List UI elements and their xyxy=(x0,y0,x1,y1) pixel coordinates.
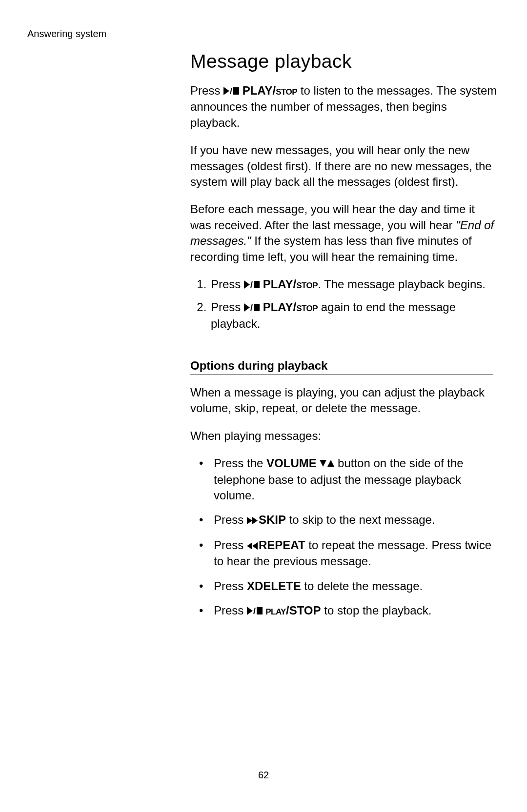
svg-marker-13 xyxy=(247,542,252,550)
play-label: play xyxy=(263,604,286,617)
text: Press xyxy=(190,84,223,97)
options-subheading: Options during playback xyxy=(190,359,493,375)
step-1: Press / PLAY/stop. The message playback … xyxy=(210,277,498,293)
stop-label: stop xyxy=(296,277,318,291)
play-label: PLAY/ xyxy=(260,277,296,291)
svg-text:/: / xyxy=(253,607,256,615)
text: Press xyxy=(214,579,247,593)
play-stop-icon: / xyxy=(244,277,260,293)
svg-text:/: / xyxy=(230,87,232,95)
intro-paragraph-2: If you have new messages, you will hear … xyxy=(190,142,498,190)
svg-rect-5 xyxy=(254,281,260,288)
stop-label: stop xyxy=(276,84,297,97)
svg-marker-11 xyxy=(247,517,252,524)
volume-label: VOLUME xyxy=(266,456,320,470)
intro-paragraph-3: Before each message, you will hear the d… xyxy=(190,201,498,265)
text: Press xyxy=(211,300,244,314)
svg-rect-17 xyxy=(257,607,263,614)
option-repeat: Press REPEAT to repeat the message. Pres… xyxy=(210,537,498,570)
play-stop-icon: / xyxy=(244,300,260,316)
svg-rect-8 xyxy=(254,304,260,311)
svg-marker-0 xyxy=(223,87,229,95)
svg-marker-10 xyxy=(327,460,334,467)
text: to skip to the next message. xyxy=(286,513,435,526)
play-label: PLAY/ xyxy=(239,84,276,97)
skip-label: SKIP xyxy=(259,513,286,526)
text: Press xyxy=(214,538,247,552)
text: to stop the playback. xyxy=(321,604,432,617)
text: Before each message, you will hear the d… xyxy=(190,202,475,231)
skip-forward-icon xyxy=(247,513,259,528)
play-stop-icon: / xyxy=(247,603,263,619)
text: Press the xyxy=(214,456,266,470)
svg-marker-15 xyxy=(247,607,253,615)
stop-label: /STOP xyxy=(286,604,321,617)
options-list: Press the VOLUME button on the side of t… xyxy=(190,456,498,619)
options-intro-1: When a message is playing, you can adjus… xyxy=(190,385,498,416)
option-stop: Press / play/STOP to stop the playback. xyxy=(210,603,498,619)
text: Press xyxy=(211,277,244,291)
svg-marker-9 xyxy=(320,460,326,467)
repeat-label: REPEAT xyxy=(259,538,305,552)
options-intro-2: When playing messages: xyxy=(190,428,498,444)
steps-list: Press / PLAY/stop. The message playback … xyxy=(190,277,498,332)
svg-text:/: / xyxy=(250,280,253,289)
intro-paragraph-1: Press / PLAY/stop to listen to the messa… xyxy=(190,83,498,131)
page-title: Message playback xyxy=(190,51,498,72)
svg-marker-12 xyxy=(252,517,258,524)
delete-label: XDELETE xyxy=(247,579,301,593)
play-stop-icon: / xyxy=(223,83,239,99)
svg-rect-2 xyxy=(233,87,239,95)
running-header: Answering system xyxy=(27,28,106,40)
option-volume: Press the VOLUME button on the side of t… xyxy=(210,456,498,503)
main-content: Message playback Press / PLAY/stop to li… xyxy=(190,51,498,628)
page-number: 62 xyxy=(0,770,527,781)
svg-marker-3 xyxy=(244,280,250,289)
repeat-back-icon xyxy=(247,538,259,554)
text: . The message playback begins. xyxy=(318,277,486,291)
page: Answering system Message playback Press … xyxy=(0,0,527,812)
option-delete: Press XDELETE to delete the message. xyxy=(210,578,498,594)
text: to delete the message. xyxy=(301,579,423,593)
option-skip: Press SKIP to skip to the next message. xyxy=(210,512,498,528)
stop-label: stop xyxy=(296,300,318,314)
svg-marker-6 xyxy=(244,303,250,312)
play-label: PLAY/ xyxy=(260,300,296,314)
svg-marker-14 xyxy=(252,542,258,550)
svg-text:/: / xyxy=(250,303,253,312)
step-2: Press / PLAY/stop again to end the messa… xyxy=(210,299,498,332)
volume-down-up-icon xyxy=(320,456,334,472)
text: Press xyxy=(214,604,247,617)
text: Press xyxy=(214,513,247,526)
